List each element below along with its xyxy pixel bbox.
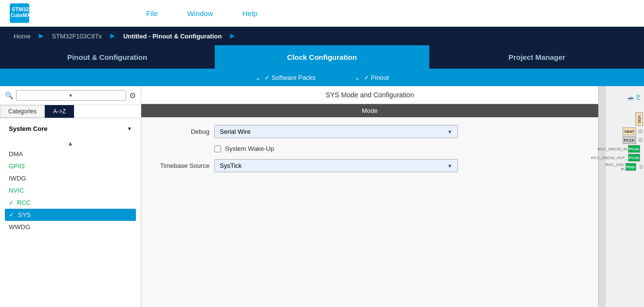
nav-item-wwdg-label: WWDG bbox=[9, 223, 30, 231]
chip-label[interactable]: P bbox=[637, 94, 640, 100]
timebase-select-value: SysTick bbox=[220, 162, 242, 169]
timebase-dropdown-icon: ▼ bbox=[447, 163, 453, 169]
sidebar-tabs: Categories A->Z bbox=[0, 105, 141, 118]
chip-pin-pdd: RCC_OSC IN PDD- bbox=[606, 163, 643, 171]
menu-help[interactable]: Help bbox=[243, 9, 258, 18]
chip-pin-pc15: RCC_OSC32_OUT_ PC15- bbox=[606, 154, 643, 162]
category-header[interactable]: System Core ▼ bbox=[5, 122, 136, 135]
tab-a-to-z[interactable]: A->Z bbox=[45, 105, 74, 118]
logo-icon: STM32 CubeMX bbox=[10, 3, 29, 23]
system-wakeup-label: System Wake-Up bbox=[225, 145, 274, 152]
search-bar: 🔍 ▼ ⚙ bbox=[0, 86, 141, 105]
chip-pin-pc15-label: RCC_OSC32_OUT_ bbox=[591, 156, 627, 160]
nav-item-iwdg[interactable]: IWDG bbox=[5, 172, 136, 184]
chevron-down-icon: ⌄ bbox=[255, 74, 261, 81]
breadcrumb-current[interactable]: Untitled - Pinout & Configuration bbox=[117, 33, 227, 40]
sub-tab-bar: ⌄ ✓ Software Packs ⌄ ✓ Pinout bbox=[0, 69, 644, 86]
category-section: System Core ▼ bbox=[0, 118, 141, 139]
debug-select-value: Serial Wire bbox=[220, 128, 251, 135]
breadcrumb: Home ► STM32F103C8Tx ► Untitled - Pinout… bbox=[0, 27, 644, 45]
chip-pin-pc13-circle bbox=[638, 138, 643, 143]
search-input[interactable] bbox=[19, 92, 68, 99]
content-header: SYS Mode and Configuration bbox=[141, 86, 598, 104]
gear-icon[interactable]: ⚙ bbox=[129, 91, 136, 100]
sub-tab-pinout[interactable]: ⌄ ✓ Pinout bbox=[355, 74, 389, 81]
chip-toolbar: 🗻 P bbox=[623, 91, 644, 103]
tab-pinout[interactable]: Pinout & Configuration bbox=[0, 45, 215, 69]
check-icon-sys: ✓ bbox=[9, 211, 14, 218]
debug-select[interactable]: Serial Wire ▼ bbox=[214, 125, 458, 138]
nav-item-sys-label: SYS bbox=[18, 211, 31, 218]
category-label: System Core bbox=[9, 125, 47, 132]
menu-window[interactable]: Window bbox=[187, 9, 213, 18]
chip-pin-vbat-box: VBAT bbox=[623, 127, 636, 135]
scroll-up[interactable]: ▲ bbox=[0, 139, 141, 148]
nav-item-dma[interactable]: DMA bbox=[5, 148, 136, 160]
chip-pin-pc14-label: RCC_OSC32_IN bbox=[598, 147, 627, 151]
nav-item-gpio-label: GPIO bbox=[9, 163, 25, 170]
chip-pin-pc14: RCC_OSC32_IN PC14- bbox=[606, 145, 643, 153]
chip-pin-pc13-box: PC13- bbox=[623, 136, 636, 144]
chip-panel: 🗻 P VDD VBAT PC13- RCC_OSC32_IN PC14- bbox=[605, 86, 644, 307]
tab-clock[interactable]: Clock Configuration bbox=[215, 45, 430, 69]
content-area: SYS Mode and Configuration Mode Debug Se… bbox=[141, 86, 598, 307]
mode-header: Mode bbox=[141, 104, 598, 117]
chip-pin-pdd-label: RCC_OSC IN bbox=[606, 163, 625, 171]
timebase-select[interactable]: SysTick ▼ bbox=[214, 159, 458, 172]
nav-item-gpio[interactable]: GPIO bbox=[5, 160, 136, 172]
logo: STM32 CubeMX bbox=[10, 3, 29, 23]
scrollbar-divider[interactable] bbox=[598, 86, 605, 307]
system-wakeup-row: System Wake-Up bbox=[214, 145, 588, 152]
tab-categories[interactable]: Categories bbox=[0, 105, 45, 118]
svg-text:CubeMX: CubeMX bbox=[11, 13, 29, 18]
chip-pin-vbat-circle bbox=[638, 129, 643, 134]
chip-pin-pc14-box: PC14- bbox=[628, 145, 640, 153]
dropdown-arrow-icon: ▼ bbox=[68, 93, 73, 98]
debug-row: Debug Serial Wire ▼ bbox=[151, 125, 588, 138]
main-content: 🔍 ▼ ⚙ Categories A->Z System Core ▼ ▲ bbox=[0, 86, 644, 307]
debug-dropdown-icon: ▼ bbox=[447, 129, 453, 135]
nav-item-nvic[interactable]: NVIC bbox=[5, 184, 136, 197]
debug-label: Debug bbox=[151, 128, 209, 135]
menu-bar: STM32 CubeMX File Window Help bbox=[0, 0, 644, 27]
chip-pin-pdd-circle bbox=[639, 164, 643, 169]
check-icon-rcc: ✓ bbox=[9, 199, 14, 206]
chip-pin-vbat: VBAT bbox=[623, 127, 643, 135]
vdd-label: VDD bbox=[635, 112, 643, 126]
chip-pin-pdd-box: PDD- bbox=[625, 163, 636, 171]
breadcrumb-arrow-3: ► bbox=[228, 32, 236, 40]
svg-text:STM32: STM32 bbox=[12, 6, 29, 12]
tab-bar: Pinout & Configuration Clock Configurati… bbox=[0, 45, 644, 69]
chip-pin-pc15-box: PC15- bbox=[628, 154, 640, 162]
nav-item-rcc[interactable]: ✓ RCC bbox=[5, 197, 136, 209]
system-wakeup-checkbox[interactable] bbox=[214, 145, 221, 152]
menu-file[interactable]: File bbox=[146, 9, 158, 18]
breadcrumb-device[interactable]: STM32F103C8Tx bbox=[46, 33, 108, 40]
chevron-down-icon-2: ⌄ bbox=[355, 74, 360, 81]
chip-pin-pc13: PC13- bbox=[623, 136, 643, 144]
breadcrumb-home[interactable]: Home bbox=[8, 33, 37, 40]
nav-item-rcc-label: RCC bbox=[17, 199, 31, 206]
timebase-label: Timebase Source bbox=[151, 162, 209, 169]
menu-items: File Window Help bbox=[146, 9, 257, 18]
nav-item-dma-label: DMA bbox=[9, 150, 23, 158]
nav-item-nvic-label: NVIC bbox=[9, 187, 24, 194]
mode-content: Debug Serial Wire ▼ System Wake-Up Timeb… bbox=[141, 117, 598, 187]
category-collapse-icon: ▼ bbox=[127, 126, 132, 131]
sidebar: 🔍 ▼ ⚙ Categories A->Z System Core ▼ ▲ bbox=[0, 86, 141, 307]
nav-item-iwdg-label: IWDG bbox=[9, 175, 26, 182]
timebase-row: Timebase Source SysTick ▼ bbox=[151, 159, 588, 172]
search-icon: 🔍 bbox=[5, 91, 13, 99]
breadcrumb-arrow-2: ► bbox=[109, 32, 116, 40]
chip-icon: 🗻 bbox=[626, 93, 635, 101]
tab-project[interactable]: Project Manager bbox=[430, 45, 644, 69]
search-input-wrapper[interactable]: ▼ bbox=[16, 90, 126, 101]
sub-tab-software-packs[interactable]: ⌄ ✓ Software Packs bbox=[255, 74, 316, 81]
nav-item-sys[interactable]: ✓ SYS bbox=[5, 209, 136, 221]
breadcrumb-arrow-1: ► bbox=[38, 32, 45, 40]
nav-item-wwdg[interactable]: WWDG bbox=[5, 221, 136, 233]
nav-list: DMA GPIO IWDG NVIC ✓ RCC ✓ SYS WWDG bbox=[0, 148, 141, 233]
